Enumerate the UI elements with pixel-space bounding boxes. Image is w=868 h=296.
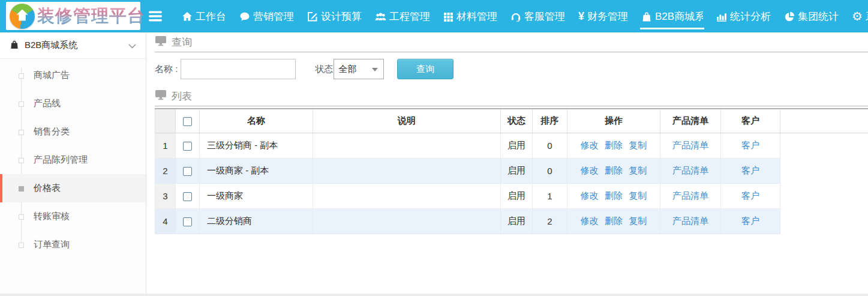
filler-cell — [780, 183, 868, 208]
sidebar-item-mall-ads[interactable]: 商城广告 — [0, 61, 146, 89]
nav-item-system[interactable]: ⚙ 系 — [845, 0, 868, 32]
copy-link[interactable]: 复制 — [629, 190, 647, 201]
sidebar-item-product-display[interactable]: 产品陈列管理 — [0, 146, 146, 174]
sidebar-header-b2b-mall[interactable]: B2B商城系统 — [0, 32, 146, 59]
delete-link[interactable]: 删除 — [605, 190, 623, 201]
column-header-customer: 客户 — [721, 109, 780, 133]
logo-house-icon — [10, 4, 35, 29]
row-checkbox[interactable] — [183, 167, 192, 176]
customer-link[interactable]: 客户 — [741, 190, 759, 201]
nav-item-materials[interactable]: 材料管理 — [437, 0, 504, 32]
column-header-actions: 操作 — [567, 109, 660, 133]
chevron-down-icon — [128, 40, 136, 50]
filler-cell — [780, 208, 868, 234]
nav-item-label: 财务管理 — [587, 10, 628, 23]
status-label: 状态 — [315, 64, 333, 75]
sidebar-item-order-query[interactable]: 订单查询 — [0, 231, 146, 259]
delete-link[interactable]: 删除 — [605, 140, 623, 150]
search-section-header: 查询 — [155, 32, 868, 52]
edit-icon — [307, 11, 318, 22]
product-list-link[interactable]: 产品清单 — [672, 165, 708, 175]
modify-link[interactable]: 修改 — [581, 216, 599, 226]
copy-link[interactable]: 复制 — [629, 165, 647, 175]
price-list-table: 名称 说明 状态 排序 操作 产品清单 客户 1 三级分销商 - 副本 启用 — [155, 108, 868, 234]
modify-link[interactable]: 修改 — [581, 165, 599, 175]
sidebar: B2B商城系统 商城广告 产品线 销售分类 产品陈列管理 价格表 转账审核 订单… — [0, 32, 146, 296]
column-header-description: 说明 — [313, 109, 501, 133]
sidebar-item-label: 产品陈列管理 — [34, 154, 88, 166]
modify-link[interactable]: 修改 — [581, 140, 599, 150]
sidebar-item-price-list[interactable]: 价格表 — [0, 174, 146, 202]
sidebar-item-label: 转账审核 — [34, 211, 70, 222]
nav-item-label: 统计分析 — [730, 10, 771, 23]
customer-link[interactable]: 客户 — [741, 140, 759, 150]
row-checkbox[interactable] — [183, 217, 192, 226]
home-icon — [182, 11, 193, 22]
yen-icon: ¥ — [578, 10, 584, 23]
delete-link[interactable]: 删除 — [605, 165, 623, 175]
row-number: 4 — [155, 208, 176, 234]
nav-item-engineering[interactable]: 工程管理 — [368, 0, 437, 32]
nav-item-finance[interactable]: ¥ 财务管理 — [572, 0, 635, 32]
nav-item-marketing[interactable]: 营销管理 — [233, 0, 301, 32]
product-list-link[interactable]: 产品清单 — [672, 190, 708, 201]
actions-cell: 修改 删除 复制 — [567, 158, 660, 183]
customer-cell: 客户 — [721, 133, 780, 158]
app-logo: 装修管理平台 — [6, 2, 140, 30]
table-row: 2 一级商家 - 副本 启用 0 修改 删除 复制 产品清单 客户 — [155, 158, 868, 183]
delete-link[interactable]: 删除 — [605, 216, 623, 226]
description-cell — [313, 183, 501, 208]
shopping-bag-icon — [10, 40, 19, 51]
caret-down-icon — [372, 68, 378, 71]
description-cell — [313, 208, 501, 234]
row-checkbox[interactable] — [183, 192, 192, 201]
bar-chart-icon — [716, 11, 727, 22]
select-all-checkbox[interactable] — [183, 117, 192, 126]
nav-item-label: 设计预算 — [321, 10, 362, 23]
name-cell: 一级商家 — [200, 183, 313, 208]
copy-link[interactable]: 复制 — [629, 216, 647, 226]
pie-chart-icon — [784, 11, 795, 22]
users-icon — [375, 11, 386, 22]
search-section-title: 查询 — [172, 35, 192, 49]
menu-toggle-icon[interactable] — [148, 10, 163, 22]
nav-item-design-budget[interactable]: 设计预算 — [301, 0, 368, 32]
nav-item-customer-service[interactable]: 客服管理 — [504, 0, 572, 32]
nav-item-label: 客服管理 — [524, 10, 565, 23]
copy-link[interactable]: 复制 — [629, 140, 647, 150]
product-list-cell: 产品清单 — [660, 158, 721, 183]
sidebar-header-label: B2B商城系统 — [25, 40, 77, 51]
search-button[interactable]: 查询 — [397, 59, 453, 79]
list-section-title: 列表 — [172, 89, 192, 103]
product-list-link[interactable]: 产品清单 — [672, 216, 708, 226]
product-list-link[interactable]: 产品清单 — [672, 140, 708, 150]
name-input[interactable] — [181, 59, 296, 79]
status-select[interactable]: 全部 — [334, 59, 384, 79]
sidebar-menu: 商城广告 产品线 销售分类 产品陈列管理 价格表 转账审核 订单查询 — [0, 59, 146, 259]
sidebar-item-transfer-audit[interactable]: 转账审核 — [0, 202, 146, 231]
modify-link[interactable]: 修改 — [581, 190, 599, 201]
nav-item-label: 工程管理 — [389, 10, 430, 23]
sidebar-item-sales-category[interactable]: 销售分类 — [0, 118, 146, 146]
name-label: 名称 : — [155, 64, 178, 75]
app-title: 装修管理平台 — [37, 4, 145, 28]
customer-cell: 客户 — [721, 208, 780, 234]
customer-link[interactable]: 客户 — [741, 216, 759, 226]
customer-link[interactable]: 客户 — [741, 165, 759, 175]
gear-icon: ⚙ — [852, 10, 863, 22]
sidebar-item-product-line[interactable]: 产品线 — [0, 89, 146, 118]
nav-item-statistics[interactable]: 统计分析 — [710, 0, 777, 32]
nav-item-b2b-mall[interactable]: B2B商城系统 — [635, 0, 710, 32]
table-row: 3 一级商家 启用 1 修改 删除 复制 产品清单 客户 — [155, 183, 868, 208]
row-checkbox[interactable] — [183, 142, 192, 151]
grid-icon — [443, 11, 453, 22]
row-select-cell — [176, 208, 200, 234]
nav-item-group-stats[interactable]: 集团统计 — [777, 0, 845, 32]
column-header-order: 排序 — [533, 109, 567, 133]
product-list-cell: 产品清单 — [660, 183, 721, 208]
nav-item-label: 营销管理 — [253, 10, 294, 23]
horizontal-scrollbar[interactable] — [0, 294, 868, 296]
name-cell: 二级分销商 — [200, 208, 313, 234]
nav-item-workbench[interactable]: 工作台 — [175, 0, 233, 32]
name-cell: 一级商家 - 副本 — [200, 158, 313, 183]
